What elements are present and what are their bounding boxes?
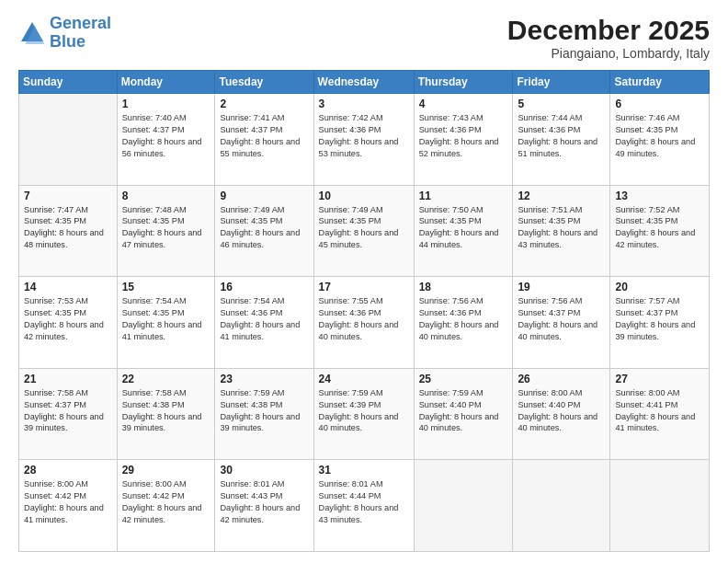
day-info: Sunrise: 7:59 AMSunset: 4:40 PMDaylight:… (419, 387, 508, 435)
day-number: 8 (122, 190, 210, 202)
calendar-cell: 10Sunrise: 7:49 AMSunset: 4:35 PMDayligh… (313, 185, 414, 277)
day-info: Sunrise: 7:51 AMSunset: 4:35 PMDaylight:… (518, 204, 605, 252)
calendar-cell: 19Sunrise: 7:56 AMSunset: 4:37 PMDayligh… (513, 277, 610, 369)
day-info: Sunrise: 7:59 AMSunset: 4:38 PMDaylight:… (220, 387, 308, 435)
calendar-cell: 18Sunrise: 7:56 AMSunset: 4:36 PMDayligh… (414, 277, 513, 369)
calendar-cell: 26Sunrise: 8:00 AMSunset: 4:40 PMDayligh… (513, 368, 610, 460)
day-info: Sunrise: 7:50 AMSunset: 4:35 PMDaylight:… (419, 204, 508, 252)
day-info: Sunrise: 7:54 AMSunset: 4:35 PMDaylight:… (122, 295, 210, 343)
day-info: Sunrise: 7:52 AMSunset: 4:35 PMDaylight:… (615, 204, 704, 252)
calendar-cell: 12Sunrise: 7:51 AMSunset: 4:35 PMDayligh… (513, 185, 610, 277)
day-info: Sunrise: 7:40 AMSunset: 4:37 PMDaylight:… (122, 112, 210, 160)
day-number: 7 (24, 190, 112, 202)
calendar-cell: 20Sunrise: 7:57 AMSunset: 4:37 PMDayligh… (610, 277, 710, 369)
calendar-header-row: SundayMondayTuesdayWednesdayThursdayFrid… (19, 71, 710, 94)
day-number: 1 (122, 98, 210, 110)
day-info: Sunrise: 7:58 AMSunset: 4:38 PMDaylight:… (122, 387, 210, 435)
page: General Blue December 2025 Piangaiano, L… (0, 0, 728, 563)
header-sunday: Sunday (19, 71, 118, 94)
logo-text: General Blue (50, 15, 111, 52)
calendar-cell: 27Sunrise: 8:00 AMSunset: 4:41 PMDayligh… (610, 368, 710, 460)
week-row-1: 7Sunrise: 7:47 AMSunset: 4:35 PMDaylight… (19, 185, 710, 277)
title-block: December 2025 Piangaiano, Lombardy, Ital… (507, 15, 710, 61)
logo-icon (18, 19, 46, 47)
day-info: Sunrise: 7:44 AMSunset: 4:36 PMDaylight:… (518, 112, 605, 160)
calendar-cell: 29Sunrise: 8:00 AMSunset: 4:42 PMDayligh… (117, 460, 215, 552)
header-tuesday: Tuesday (215, 71, 313, 94)
calendar-cell: 15Sunrise: 7:54 AMSunset: 4:35 PMDayligh… (117, 277, 215, 369)
day-info: Sunrise: 7:58 AMSunset: 4:37 PMDaylight:… (24, 387, 112, 435)
day-number: 27 (615, 373, 704, 385)
day-info: Sunrise: 8:00 AMSunset: 4:42 PMDaylight:… (24, 478, 112, 526)
location: Piangaiano, Lombardy, Italy (507, 46, 710, 61)
day-info: Sunrise: 8:01 AMSunset: 4:44 PMDaylight:… (319, 478, 409, 526)
header-monday: Monday (117, 71, 215, 94)
day-number: 16 (220, 281, 308, 293)
day-number: 22 (122, 373, 210, 385)
day-info: Sunrise: 7:48 AMSunset: 4:35 PMDaylight:… (122, 204, 210, 252)
day-info: Sunrise: 7:54 AMSunset: 4:36 PMDaylight:… (220, 295, 308, 343)
header-friday: Friday (513, 71, 610, 94)
calendar-cell: 4Sunrise: 7:43 AMSunset: 4:36 PMDaylight… (414, 94, 513, 186)
calendar-cell: 1Sunrise: 7:40 AMSunset: 4:37 PMDaylight… (117, 94, 215, 186)
calendar-cell: 28Sunrise: 8:00 AMSunset: 4:42 PMDayligh… (19, 460, 118, 552)
day-number: 23 (220, 373, 308, 385)
day-info: Sunrise: 8:00 AMSunset: 4:41 PMDaylight:… (615, 387, 704, 435)
day-number: 20 (615, 281, 704, 293)
day-info: Sunrise: 7:57 AMSunset: 4:37 PMDaylight:… (615, 295, 704, 343)
day-number: 21 (24, 373, 112, 385)
day-info: Sunrise: 7:56 AMSunset: 4:36 PMDaylight:… (419, 295, 508, 343)
calendar-cell: 30Sunrise: 8:01 AMSunset: 4:43 PMDayligh… (215, 460, 313, 552)
day-info: Sunrise: 7:42 AMSunset: 4:36 PMDaylight:… (319, 112, 409, 160)
day-info: Sunrise: 7:41 AMSunset: 4:37 PMDaylight:… (220, 112, 308, 160)
calendar-cell: 8Sunrise: 7:48 AMSunset: 4:35 PMDaylight… (117, 185, 215, 277)
calendar-cell: 14Sunrise: 7:53 AMSunset: 4:35 PMDayligh… (19, 277, 118, 369)
day-info: Sunrise: 7:59 AMSunset: 4:39 PMDaylight:… (319, 387, 409, 435)
day-number: 18 (419, 281, 508, 293)
week-row-2: 14Sunrise: 7:53 AMSunset: 4:35 PMDayligh… (19, 277, 710, 369)
day-info: Sunrise: 7:47 AMSunset: 4:35 PMDaylight:… (24, 204, 112, 252)
logo: General Blue (18, 15, 111, 52)
calendar-cell (414, 460, 513, 552)
calendar-cell: 24Sunrise: 7:59 AMSunset: 4:39 PMDayligh… (313, 368, 414, 460)
header: General Blue December 2025 Piangaiano, L… (18, 15, 710, 61)
calendar-cell (610, 460, 710, 552)
day-number: 2 (220, 98, 308, 110)
calendar-cell: 3Sunrise: 7:42 AMSunset: 4:36 PMDaylight… (313, 94, 414, 186)
week-row-4: 28Sunrise: 8:00 AMSunset: 4:42 PMDayligh… (19, 460, 710, 552)
week-row-0: 1Sunrise: 7:40 AMSunset: 4:37 PMDaylight… (19, 94, 710, 186)
day-number: 30 (220, 464, 308, 477)
calendar-cell: 11Sunrise: 7:50 AMSunset: 4:35 PMDayligh… (414, 185, 513, 277)
day-info: Sunrise: 8:01 AMSunset: 4:43 PMDaylight:… (220, 478, 308, 526)
day-number: 10 (319, 190, 409, 202)
calendar-cell: 31Sunrise: 8:01 AMSunset: 4:44 PMDayligh… (313, 460, 414, 552)
day-number: 14 (24, 281, 112, 293)
day-info: Sunrise: 7:55 AMSunset: 4:36 PMDaylight:… (319, 295, 409, 343)
day-number: 26 (518, 373, 605, 385)
day-number: 24 (319, 373, 409, 385)
day-info: Sunrise: 7:46 AMSunset: 4:35 PMDaylight:… (615, 112, 704, 160)
calendar-cell (19, 94, 118, 186)
calendar-cell: 2Sunrise: 7:41 AMSunset: 4:37 PMDaylight… (215, 94, 313, 186)
calendar-cell: 6Sunrise: 7:46 AMSunset: 4:35 PMDaylight… (610, 94, 710, 186)
day-number: 19 (518, 281, 605, 293)
calendar-cell: 9Sunrise: 7:49 AMSunset: 4:35 PMDaylight… (215, 185, 313, 277)
logo-line1: General (50, 14, 111, 32)
day-info: Sunrise: 7:43 AMSunset: 4:36 PMDaylight:… (419, 112, 508, 160)
day-info: Sunrise: 7:53 AMSunset: 4:35 PMDaylight:… (24, 295, 112, 343)
day-number: 11 (419, 190, 508, 202)
calendar-cell: 5Sunrise: 7:44 AMSunset: 4:36 PMDaylight… (513, 94, 610, 186)
day-number: 6 (615, 98, 704, 110)
calendar-cell: 22Sunrise: 7:58 AMSunset: 4:38 PMDayligh… (117, 368, 215, 460)
day-number: 4 (419, 98, 508, 110)
month-title: December 2025 (507, 15, 710, 46)
day-number: 25 (419, 373, 508, 385)
calendar-cell: 21Sunrise: 7:58 AMSunset: 4:37 PMDayligh… (19, 368, 118, 460)
day-number: 13 (615, 190, 704, 202)
calendar-cell (513, 460, 610, 552)
day-number: 9 (220, 190, 308, 202)
day-number: 12 (518, 190, 605, 202)
day-number: 3 (319, 98, 409, 110)
day-info: Sunrise: 8:00 AMSunset: 4:40 PMDaylight:… (518, 387, 605, 435)
calendar-table: SundayMondayTuesdayWednesdayThursdayFrid… (18, 70, 710, 552)
